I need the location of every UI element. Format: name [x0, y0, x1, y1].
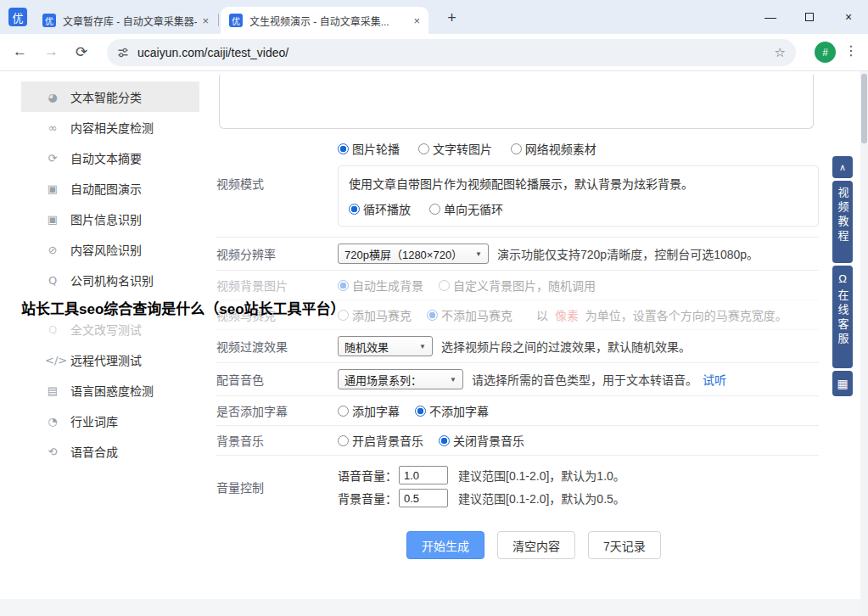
radio-image-carousel[interactable]: 图片轮播	[338, 140, 400, 157]
sidebar-item-auto-summary[interactable]: ⟳ 自动文本摘要	[21, 143, 199, 173]
tab-title: 文章暂存库 - 自动文章采集器-	[63, 14, 197, 28]
page-scrollbar[interactable]	[860, 71, 868, 616]
address-bar[interactable]: ucaiyun.com/caiji/test_video/ ☆	[107, 39, 796, 66]
site-settings-icon[interactable]	[117, 47, 129, 59]
radio-icon	[429, 204, 440, 215]
select-value: 通用场景系列：	[344, 372, 422, 388]
sidebar-item-label: 图片信息识别	[70, 210, 142, 227]
search-icon: Q	[45, 274, 60, 287]
scrollbar-thumb[interactable]	[861, 74, 867, 143]
sidebar-item-speech-synthesis[interactable]: ⟲ 语音合成	[21, 436, 199, 467]
new-tab-button[interactable]: +	[441, 8, 462, 29]
voice-preview-link[interactable]: 试听	[703, 371, 726, 388]
sidebar-item-org-name-recognition[interactable]: Q 公司机构名识别	[21, 265, 199, 295]
scroll-to-top-button[interactable]: ∧	[832, 156, 853, 178]
sidebar-item-text-classify[interactable]: ◕ 文本智能分类	[21, 81, 199, 112]
chevron-down-icon: ▼	[419, 343, 426, 350]
radio-label: 开启背景音乐	[352, 432, 423, 449]
radio-music-on[interactable]: 开启背景音乐	[338, 432, 423, 449]
image-icon: ▣	[45, 182, 60, 195]
tab-favicon: 优	[42, 14, 56, 27]
voice-volume-input[interactable]	[399, 466, 448, 484]
radio-label: 图片轮播	[352, 140, 400, 157]
clear-button[interactable]: 清空内容	[497, 531, 575, 559]
radio-web-video-material[interactable]: 网络视频素材	[511, 140, 596, 157]
resolution-select[interactable]: 720p横屏（1280×720） ▼	[338, 244, 489, 264]
url-text[interactable]: ucaiyun.com/caiji/test_video/	[137, 46, 768, 59]
radio-icon	[338, 143, 349, 154]
sidebar-item-risk-detection[interactable]: ⊘ 内容风险识别	[21, 234, 199, 265]
browser-menu-icon[interactable]: ⋮	[844, 42, 858, 59]
maximize-button[interactable]	[790, 0, 829, 34]
row-transition: 视频过渡效果 随机效果 ▼ 选择视频片段之间的过渡效果，默认随机效果。	[216, 330, 819, 363]
radio-label: 自动生成背景	[352, 277, 423, 294]
radio-icon	[415, 406, 426, 417]
qr-code-icon: ▦	[837, 377, 848, 390]
radio-label: 自定义背景图片，随机调用	[453, 277, 596, 294]
field-label: 视频模式	[216, 175, 338, 192]
field-label: 视频背景图片	[216, 277, 338, 294]
profile-avatar[interactable]: #	[815, 42, 836, 63]
online-service-tab[interactable]: Ω 在线客服	[832, 266, 853, 368]
bgm-volume-hint: 建议范围[0.1-2.0]，默认为0.5。	[458, 490, 625, 507]
article-textarea[interactable]	[219, 75, 814, 129]
bgm-volume-input[interactable]	[399, 489, 448, 507]
sidebar-item-perplexity-check[interactable]: ▤ 语言困惑度检测	[21, 375, 199, 406]
radio-loop-play[interactable]: 循环播放	[349, 200, 411, 217]
mosaic-hint-suffix: 为单位，设置各个方向的马赛克宽度。	[585, 309, 787, 322]
sidebar-item-relevance-check[interactable]: ∞ 内容相关度检测	[21, 112, 199, 143]
titlebar: 优 优 文章暂存库 - 自动文章采集器- × 优 文生视频演示 - 自动文章采集…	[0, 0, 868, 34]
generate-button[interactable]: 开始生成	[406, 531, 484, 559]
bookmark-star-icon[interactable]: ☆	[775, 45, 786, 60]
radio-label: 不添加马赛克	[441, 306, 512, 323]
tab-article-store[interactable]: 优 文章暂存库 - 自动文章采集器- ×	[34, 7, 217, 34]
voice-hint: 请选择所需的音色类型，用于文本转语音。	[472, 371, 697, 388]
search-icon: Q	[45, 323, 60, 336]
tab-title: 文生视频演示 - 自动文章采集...	[249, 14, 408, 28]
qr-code-button[interactable]: ▦	[832, 371, 853, 396]
radio-icon	[427, 310, 438, 321]
pie-chart-icon: ◕	[45, 91, 60, 104]
transition-select[interactable]: 随机效果 ▼	[338, 336, 433, 356]
back-button[interactable]: ←	[13, 43, 27, 60]
tab-video-demo[interactable]: 优 文生视频演示 - 自动文章采集... ×	[221, 7, 428, 34]
field-label: 配音音色	[216, 371, 338, 388]
radio-label: 添加马赛克	[352, 306, 412, 323]
sidebar-item-remote-proxy-test[interactable]: </> 远程代理测试	[21, 344, 199, 375]
tab-close-icon[interactable]: ×	[202, 14, 209, 27]
tab-close-icon[interactable]: ×	[413, 14, 420, 27]
radio-text-to-image[interactable]: 文字转图片	[418, 140, 492, 157]
radio-icon	[511, 143, 522, 154]
row-subtitle: 是否添加字幕 添加字幕 不添加字幕	[216, 396, 819, 426]
code-icon: </>	[45, 354, 60, 367]
sidebar-item-image-recognition[interactable]: ▣ 图片信息识别	[21, 204, 199, 234]
transition-hint: 选择视频片段之间的过渡效果，默认随机效果。	[441, 338, 691, 355]
radio-add-subtitle[interactable]: 添加字幕	[338, 402, 400, 419]
sidebar-item-label: 语言困惑度检测	[70, 382, 154, 399]
radio-custom-background: 自定义背景图片，随机调用	[439, 277, 596, 294]
voice-select[interactable]: 通用场景系列： ▼	[338, 369, 463, 389]
sidebar-item-label: 语音合成	[70, 443, 118, 460]
radio-icon	[338, 406, 349, 417]
radio-add-mosaic: 添加马赛克	[338, 306, 412, 323]
video-tutorial-tab[interactable]: 视频教程	[832, 181, 853, 263]
sidebar-item-industry-lexicon[interactable]: ◔ 行业词库	[21, 406, 199, 436]
sidebar-item-rewrite-test[interactable]: Q 全文改写测试	[21, 314, 199, 344]
voice-volume-label: 语音音量：	[338, 467, 397, 484]
select-value: 随机效果	[344, 339, 389, 355]
radio-no-subtitle[interactable]: 不添加字幕	[415, 402, 489, 419]
radio-icon	[349, 204, 360, 215]
field-label: 背景音乐	[216, 432, 338, 449]
headset-icon: Ω	[838, 272, 847, 285]
reload-button[interactable]: ⟳	[76, 43, 87, 61]
pie-chart-icon: ◔	[45, 415, 60, 428]
records-button[interactable]: 7天记录	[588, 531, 661, 559]
radio-music-off[interactable]: 关闭背景音乐	[439, 432, 524, 449]
close-button[interactable]: ×	[829, 0, 868, 34]
minimize-button[interactable]: —	[751, 0, 790, 34]
bgm-volume-label: 背景音量：	[338, 490, 397, 507]
sidebar-item-label: 公司机构名识别	[70, 272, 154, 288]
radio-no-loop[interactable]: 单向无循环	[429, 200, 503, 217]
sidebar-item-auto-image[interactable]: ▣ 自动配图演示	[21, 173, 199, 204]
page-footer-strip	[0, 599, 860, 616]
